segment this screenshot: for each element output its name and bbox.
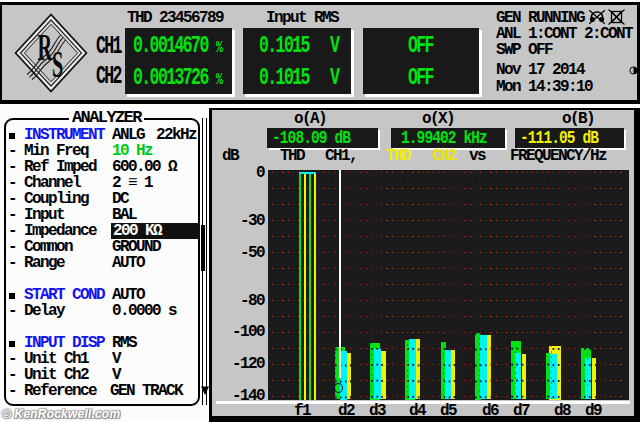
svg-text:R: R	[37, 27, 52, 69]
svg-text:S: S	[52, 43, 63, 85]
